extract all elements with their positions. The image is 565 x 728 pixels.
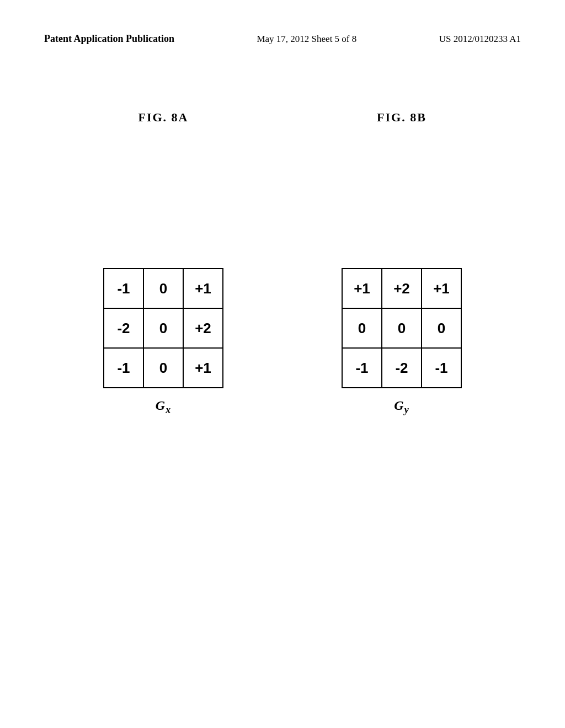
figure-8a-matrix-container: -1 0 +1 -2 0 +2 -1 0 +1	[103, 268, 223, 416]
cell-1-2: 0	[422, 308, 461, 348]
table-row: -1 0 +1	[104, 269, 223, 308]
figure-8a-matrix: -1 0 +1 -2 0 +2 -1 0 +1	[103, 268, 223, 388]
cell-0-2: +1	[183, 269, 223, 308]
figure-8a-title: FIG. 8A	[138, 110, 189, 125]
cell-0-1: +2	[382, 269, 422, 308]
figure-8b-label: Gy	[394, 398, 409, 416]
table-row: -1 0 +1	[104, 348, 223, 388]
content-area: FIG. 8A -1 0 +1 -2 0 +2	[0, 110, 565, 728]
cell-1-1: 0	[382, 308, 422, 348]
header-publication-label: Patent Application Publication	[44, 33, 174, 45]
figure-8b-title: FIG. 8B	[377, 110, 427, 125]
cell-1-0: 0	[342, 308, 382, 348]
figure-8b-subscript: y	[404, 404, 409, 415]
cell-0-1: 0	[143, 269, 183, 308]
figure-8a-section: FIG. 8A -1 0 +1 -2 0 +2	[103, 110, 223, 416]
cell-2-0: -1	[104, 348, 143, 388]
table-row: -2 0 +2	[104, 308, 223, 348]
cell-0-2: +1	[422, 269, 461, 308]
cell-2-2: +1	[183, 348, 223, 388]
header-date-sheet: May 17, 2012 Sheet 5 of 8	[257, 34, 356, 45]
cell-1-2: +2	[183, 308, 223, 348]
cell-0-0: +1	[342, 269, 382, 308]
figure-8a-subscript: x	[166, 404, 171, 415]
cell-2-1: 0	[143, 348, 183, 388]
table-row: -1 -2 -1	[342, 348, 461, 388]
cell-0-0: -1	[104, 269, 143, 308]
cell-2-0: -1	[342, 348, 382, 388]
page: Patent Application Publication May 17, 2…	[0, 0, 565, 728]
figure-8b-matrix: +1 +2 +1 0 0 0 -1 -2 -1	[342, 268, 462, 388]
figure-8b-section: FIG. 8B +1 +2 +1 0 0 0	[342, 110, 462, 416]
figure-8a-label: Gx	[156, 398, 171, 416]
header: Patent Application Publication May 17, 2…	[0, 33, 565, 45]
cell-1-0: -2	[104, 308, 143, 348]
cell-1-1: 0	[143, 308, 183, 348]
table-row: 0 0 0	[342, 308, 461, 348]
cell-2-1: -2	[382, 348, 422, 388]
header-patent-number: US 2012/0120233 A1	[439, 34, 521, 45]
table-row: +1 +2 +1	[342, 269, 461, 308]
figure-8b-matrix-container: +1 +2 +1 0 0 0 -1 -2 -1	[342, 268, 462, 416]
cell-2-2: -1	[422, 348, 461, 388]
